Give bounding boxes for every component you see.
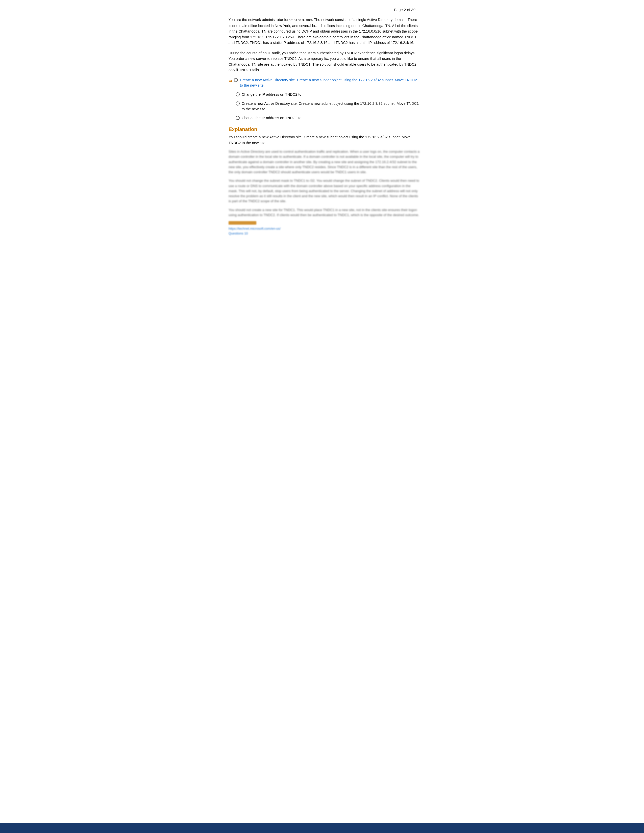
radio-3[interactable]	[236, 101, 240, 106]
radio-1[interactable]	[234, 78, 238, 82]
intro-paragraph: You are the network administrator for we…	[229, 17, 420, 46]
references-title-blurred	[229, 221, 256, 225]
references-section: https://technet.microsoft.com/en-us/ Que…	[229, 221, 420, 235]
option-3-text: Create a new Active Directory site. Crea…	[242, 101, 420, 112]
page-header: Page 2 of 39	[229, 5, 420, 17]
explanation-text: You should create a new Active Directory…	[229, 134, 420, 146]
page-number: Page 2 of 39	[394, 8, 415, 12]
second-paragraph: During the course of an IT audit, you no…	[229, 50, 420, 73]
options-section: ➡ Create a new Active Directory site. Cr…	[229, 77, 420, 121]
blurred-block-2: You should not change the subnet mask to…	[229, 178, 420, 204]
blurred-block-1: Sites in Active Directory are used to co…	[229, 149, 420, 175]
option-1-text: Create a new Active Directory site. Crea…	[240, 77, 420, 88]
arrow-icon: ➡	[229, 78, 232, 85]
option-1[interactable]: ➡ Create a new Active Directory site. Cr…	[229, 77, 420, 88]
option-4[interactable]: Change the IP address on TNDC2 to	[236, 115, 420, 121]
intro-text-part2: . The network consists of a single Activ…	[229, 18, 418, 45]
references-link-1: https://technet.microsoft.com/en-us/	[229, 227, 420, 230]
page-container: Page 2 of 39 You are the network adminis…	[208, 0, 436, 293]
explanation-section: Explanation You should create a new Acti…	[229, 127, 420, 146]
explanation-title: Explanation	[229, 127, 420, 132]
radio-2[interactable]	[236, 92, 240, 96]
option-2[interactable]: Change the IP address on TNDC2 to	[236, 92, 420, 97]
references-link-2: Questions 10	[229, 232, 420, 235]
option-3[interactable]: Create a new Active Directory site. Crea…	[236, 101, 420, 112]
blurred-block-3: You should not create a new site for TND…	[229, 207, 420, 218]
intro-text-part1: You are the network administrator for	[229, 18, 290, 22]
option-4-text: Change the IP address on TNDC2 to	[242, 115, 420, 121]
radio-4[interactable]	[236, 116, 240, 120]
domain-label: westsim.com	[290, 18, 312, 22]
option-2-text: Change the IP address on TNDC2 to	[242, 92, 420, 97]
